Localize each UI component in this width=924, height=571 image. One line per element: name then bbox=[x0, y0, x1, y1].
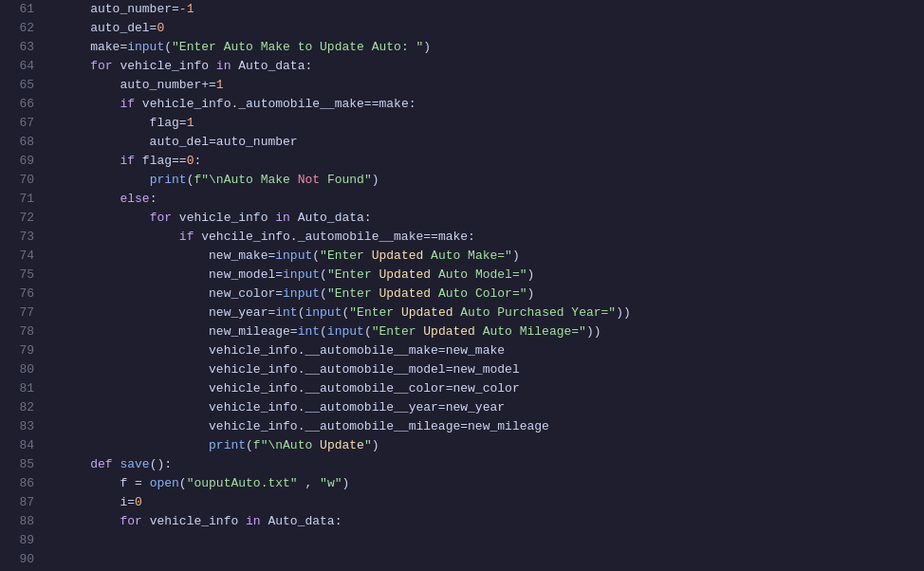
token: input bbox=[283, 286, 320, 301]
token: ( bbox=[364, 324, 372, 339]
token: if bbox=[120, 154, 135, 168]
line-number: 77 bbox=[0, 304, 46, 322]
token: "Enter bbox=[320, 249, 372, 263]
token: in bbox=[216, 59, 231, 73]
token bbox=[61, 59, 90, 73]
line-number: 72 bbox=[0, 209, 46, 228]
token bbox=[61, 514, 120, 528]
token: vehicle_info.__automobile__model=new_mod… bbox=[61, 362, 520, 377]
token: auto_number= bbox=[61, 2, 179, 16]
token: in bbox=[246, 514, 261, 528]
token: ( bbox=[164, 40, 172, 54]
token: (): bbox=[150, 457, 172, 471]
token: ( bbox=[179, 476, 187, 490]
token: int bbox=[298, 324, 320, 339]
token: auto_del= bbox=[61, 21, 157, 35]
line-number: 71 bbox=[0, 190, 46, 209]
token: ( bbox=[320, 324, 327, 339]
token: else bbox=[120, 192, 149, 206]
token: flag= bbox=[61, 116, 187, 130]
code-line: vehicle_info.__automobile__year=new_year bbox=[61, 398, 924, 417]
line-number: 75 bbox=[0, 266, 46, 285]
line-number: 73 bbox=[0, 228, 46, 247]
token: Auto Mileage=" bbox=[475, 324, 586, 339]
token: print bbox=[209, 438, 246, 452]
line-number: 62 bbox=[0, 19, 46, 38]
code-content: auto_number=-1 auto_del=0 make=input("En… bbox=[46, 0, 924, 571]
line-number: 67 bbox=[0, 114, 46, 133]
token: if bbox=[120, 97, 135, 111]
code-line: for vehicle_info in Auto_data: bbox=[61, 512, 924, 531]
token: new_make= bbox=[61, 249, 275, 263]
token: Auto_data: bbox=[231, 59, 312, 73]
token: open bbox=[150, 476, 179, 490]
token bbox=[61, 173, 150, 187]
token: "Enter Auto Make to Update Auto: " bbox=[172, 40, 423, 54]
token: " bbox=[364, 438, 372, 452]
code-line: new_year=int(input("Enter Updated Auto P… bbox=[61, 304, 924, 322]
line-number: 88 bbox=[0, 512, 46, 531]
token: Auto Purchased Year=" bbox=[453, 305, 617, 320]
token: f"\nAuto bbox=[253, 438, 320, 452]
token: Updated bbox=[379, 267, 431, 282]
token: vehicle_info.__automobile__make=new_make bbox=[61, 343, 505, 358]
token: ( bbox=[320, 267, 327, 282]
token: auto_del=auto_number bbox=[61, 135, 298, 149]
line-number: 64 bbox=[0, 57, 46, 76]
token: ( bbox=[320, 286, 327, 301]
line-number: 86 bbox=[0, 474, 46, 493]
code-line: if vehcile_info._automobile__make==make: bbox=[61, 228, 924, 247]
line-number: 70 bbox=[0, 171, 46, 190]
token: new_model= bbox=[61, 267, 283, 282]
token bbox=[61, 192, 120, 206]
token: ) bbox=[527, 267, 535, 282]
code-line: make=input("Enter Auto Make to Update Au… bbox=[61, 38, 924, 57]
token: ( bbox=[246, 438, 253, 452]
token: Updated bbox=[379, 286, 431, 301]
token: vehicle_info.__automobile__mileage=new_m… bbox=[61, 419, 549, 433]
token: input bbox=[305, 305, 342, 320]
code-line: new_model=input("Enter Updated Auto Mode… bbox=[61, 266, 924, 285]
token: in bbox=[275, 211, 290, 225]
code-line: i=0 bbox=[61, 493, 924, 512]
token bbox=[61, 211, 150, 225]
line-numbers: 6162636465666768697071727374757677787980… bbox=[0, 0, 46, 571]
token: vehicle_info.__automobile__color=new_col… bbox=[61, 381, 520, 396]
token: 1 bbox=[216, 78, 224, 92]
line-number: 66 bbox=[0, 95, 46, 114]
line-number: 82 bbox=[0, 398, 46, 417]
code-line: auto_number=-1 bbox=[61, 0, 924, 19]
line-number: 85 bbox=[0, 455, 46, 474]
line-number: 90 bbox=[0, 550, 46, 569]
code-line: def save(): bbox=[61, 455, 924, 474]
line-number: 84 bbox=[0, 436, 46, 455]
token: def bbox=[90, 457, 112, 471]
code-line: else: bbox=[61, 190, 924, 209]
token: vehicle_info bbox=[172, 211, 275, 225]
token: make= bbox=[61, 40, 127, 54]
token: ) bbox=[372, 173, 379, 187]
token: new_year= bbox=[61, 305, 275, 320]
token: Auto_data: bbox=[261, 514, 342, 528]
token: : bbox=[194, 154, 201, 168]
token: Updated bbox=[372, 249, 424, 263]
token: Auto Model=" bbox=[431, 267, 527, 282]
token: for bbox=[150, 211, 172, 225]
token: 0 bbox=[157, 21, 164, 35]
token: i= bbox=[61, 495, 135, 509]
line-number: 69 bbox=[0, 152, 46, 171]
token: vehicle_info bbox=[142, 514, 246, 528]
code-line: new_make=input("Enter Updated Auto Make=… bbox=[61, 247, 924, 266]
code-line: if vehicle_info._automobile__make==make: bbox=[61, 95, 924, 114]
token: "Enter bbox=[327, 286, 379, 301]
line-number: 61 bbox=[0, 0, 46, 19]
code-line: print(f"\nAuto Update") bbox=[61, 436, 924, 455]
token: if bbox=[179, 230, 194, 244]
token: input bbox=[327, 324, 364, 339]
code-line: vehicle_info.__automobile__make=new_make bbox=[61, 341, 924, 360]
code-editor: 6162636465666768697071727374757677787980… bbox=[0, 0, 924, 571]
token: ) bbox=[527, 286, 535, 301]
line-number: 78 bbox=[0, 322, 46, 341]
token: ) bbox=[512, 249, 520, 263]
token: f = bbox=[61, 476, 150, 490]
